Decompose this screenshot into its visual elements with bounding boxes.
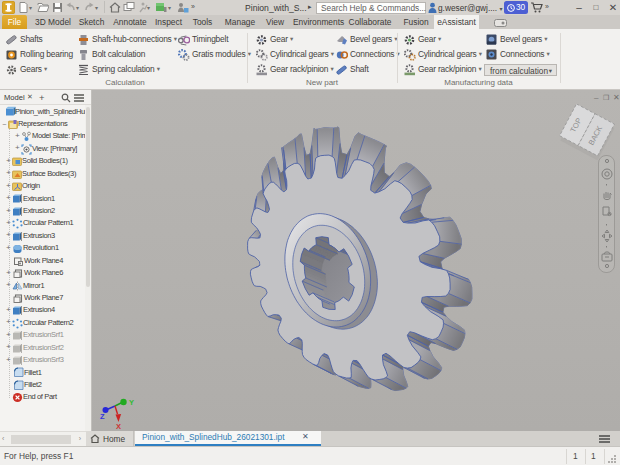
svg-text:Y: Y xyxy=(129,398,134,407)
svg-text:Z: Z xyxy=(100,412,105,421)
svg-text:X: X xyxy=(116,422,121,430)
